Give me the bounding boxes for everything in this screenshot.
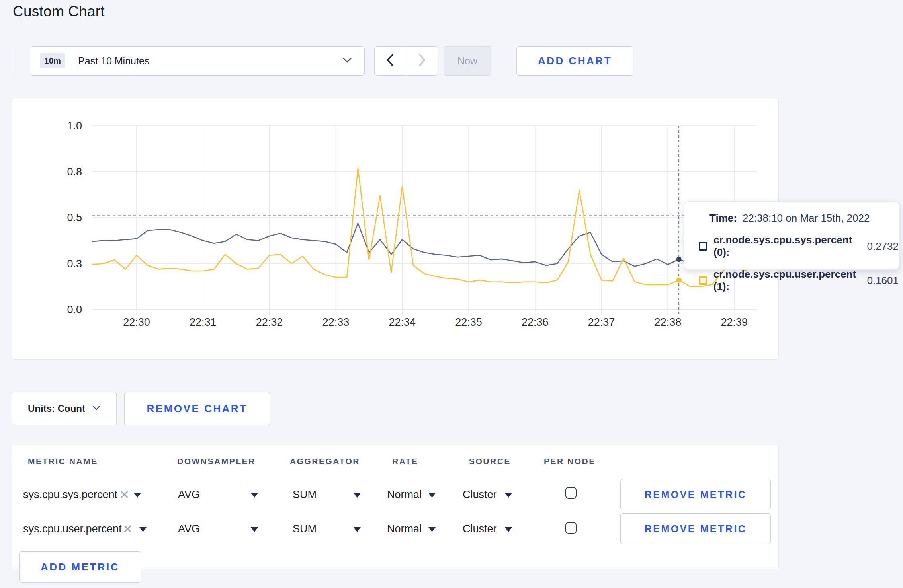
aggregator-caret-icon[interactable] <box>354 527 361 532</box>
metric-name-value[interactable]: sys.cpu.sys.percent <box>23 489 117 501</box>
now-button[interactable]: Now <box>444 46 491 76</box>
time-window-badge: 10m <box>40 53 65 68</box>
rate-select[interactable]: Normal <box>387 523 422 535</box>
per-node-checkbox[interactable] <box>565 522 577 534</box>
chevron-down-icon <box>92 405 100 412</box>
rate-caret-icon[interactable] <box>428 527 436 532</box>
time-window-dropdown[interactable]: 10m Past 10 Minutes <box>30 46 365 76</box>
series-swatch-icon <box>699 242 707 251</box>
svg-text:0.0: 0.0 <box>67 304 82 315</box>
svg-text:22:35: 22:35 <box>455 316 482 328</box>
svg-text:22:37: 22:37 <box>588 316 615 328</box>
col-header-per-node: PER NODE <box>544 457 596 466</box>
units-label: Units: Count <box>28 403 85 414</box>
next-time-button[interactable] <box>406 47 438 75</box>
tooltip-series-row: cr.node.sys.cpu.user.percent (1): 0.1601 <box>699 268 899 293</box>
col-header-source: SOURCE <box>469 457 511 466</box>
col-header-rate: RATE <box>392 457 418 466</box>
rate-select[interactable]: Normal <box>387 489 422 501</box>
rate-caret-icon[interactable] <box>428 493 436 498</box>
downsampler-caret-icon[interactable] <box>251 493 258 498</box>
page-title: Custom Chart <box>13 3 105 20</box>
svg-text:22:32: 22:32 <box>256 316 283 328</box>
col-header-aggregator: AGGREGATOR <box>290 457 360 466</box>
aggregator-caret-icon[interactable] <box>354 493 361 498</box>
clear-metric-icon[interactable]: ✕ <box>123 522 133 536</box>
remove-metric-button[interactable]: REMOVE METRIC <box>620 479 771 510</box>
metric-dropdown-caret-icon[interactable] <box>139 527 147 532</box>
downsampler-select[interactable]: AVG <box>178 489 200 501</box>
chevron-down-icon <box>342 56 352 65</box>
source-caret-icon[interactable] <box>505 493 512 498</box>
tooltip-series-value: 0.2732 <box>867 240 899 253</box>
chart-card: 0.00.30.50.81.022:3022:3122:3222:3322:34… <box>12 98 779 360</box>
units-dropdown[interactable]: Units: Count <box>12 392 117 425</box>
remove-chart-button[interactable]: REMOVE CHART <box>124 392 270 425</box>
chart-hover-tooltip: Time:22:38:10 on Mar 15th, 2022 cr.node.… <box>684 201 899 270</box>
metric-name-value[interactable]: sys.cpu.user.percent <box>23 523 122 535</box>
downsampler-select[interactable]: AVG <box>178 523 200 535</box>
svg-text:1.0: 1.0 <box>67 120 82 132</box>
source-caret-icon[interactable] <box>505 527 512 532</box>
downsampler-caret-icon[interactable] <box>251 527 258 532</box>
chevron-right-icon <box>418 53 426 68</box>
svg-text:22:33: 22:33 <box>322 316 350 328</box>
chevron-left-icon <box>386 53 395 68</box>
svg-text:22:34: 22:34 <box>389 316 416 328</box>
clear-metric-icon[interactable]: ✕ <box>119 488 129 502</box>
svg-text:0.8: 0.8 <box>67 166 82 178</box>
svg-text:0.5: 0.5 <box>67 212 82 224</box>
tooltip-series-name: cr.node.sys.cpu.sys.percent (0): <box>713 234 860 259</box>
line-chart[interactable]: 0.00.30.50.81.022:3022:3122:3222:3322:34… <box>12 98 778 359</box>
source-select[interactable]: Cluster <box>463 523 497 535</box>
svg-text:0.3: 0.3 <box>67 258 82 270</box>
svg-text:22:30: 22:30 <box>123 316 150 328</box>
metric-dropdown-caret-icon[interactable] <box>134 493 141 498</box>
prev-time-button[interactable] <box>375 47 406 75</box>
series-swatch-icon <box>699 276 707 285</box>
col-header-downsampler: DOWNSAMPLER <box>177 457 256 466</box>
tooltip-time-value: 22:38:10 on Mar 15th, 2022 <box>743 212 870 224</box>
svg-text:22:39: 22:39 <box>721 316 748 328</box>
tooltip-series-row: cr.node.sys.cpu.sys.percent (0): 0.2732 <box>699 234 899 259</box>
toolbar-left-rule <box>14 46 14 76</box>
time-window-label: Past 10 Minutes <box>78 55 149 67</box>
svg-text:22:38: 22:38 <box>655 316 682 328</box>
col-header-metric-name: METRIC NAME <box>28 457 98 466</box>
svg-text:22:31: 22:31 <box>190 316 217 328</box>
remove-metric-button[interactable]: REMOVE METRIC <box>620 513 771 544</box>
source-select[interactable]: Cluster <box>463 489 497 501</box>
aggregator-select[interactable]: SUM <box>293 523 317 535</box>
svg-text:22:36: 22:36 <box>522 316 549 328</box>
tooltip-series-value: 0.1601 <box>867 275 899 287</box>
tooltip-time-label: Time: <box>710 212 737 224</box>
per-node-checkbox[interactable] <box>565 487 577 499</box>
time-pager <box>374 46 438 76</box>
tooltip-series-name: cr.node.sys.cpu.user.percent (1): <box>713 268 861 293</box>
add-metric-button[interactable]: ADD METRIC <box>19 551 141 583</box>
add-chart-button[interactable]: ADD CHART <box>516 46 633 76</box>
aggregator-select[interactable]: SUM <box>293 489 317 501</box>
